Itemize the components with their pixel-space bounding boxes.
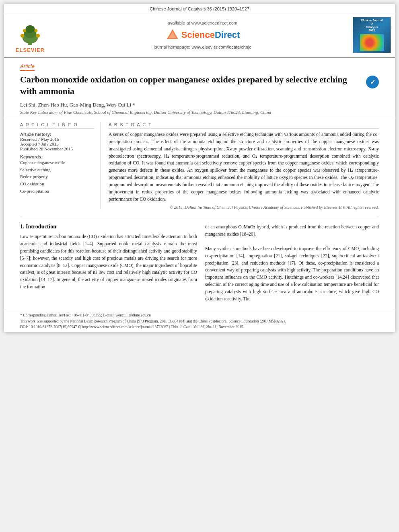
published-date: Published 20 November 2015 [20,146,94,151]
svg-point-3 [25,25,35,33]
introduction-left-text: Low-temperature carbon monoxide (CO) oxi… [20,233,197,291]
keywords-list: Copper manganese oxide Selective etching… [20,159,94,195]
crossmark-badge: ✓ [366,76,379,88]
affiliation-text: State Key Laboratory of Fine Chemicals, … [20,110,271,115]
introduction-title: 1. Introduction [20,224,197,230]
journal-url: journal homepage: www.elsevier.com/locat… [154,45,251,49]
svg-point-6 [23,29,26,32]
funding-footnote: This work was supported by the National … [20,318,379,324]
journal-header-text: Chinese Journal of Catalysis 36 (2015) 1… [150,6,249,11]
abstract-text: A series of copper manganese oxides were… [109,131,379,203]
introduction-right-text-2: Many synthesis methods have been develop… [205,245,379,303]
journal-cover-title: Chinese JournalofCatalysis2015 [361,19,383,33]
keyword-1: Copper manganese oxide [20,159,94,166]
authors-section: Lei Shi, Zhen-Hao Hu, Gao-Ming Deng, Wen… [4,99,395,109]
keyword-4: CO oxidation [20,181,94,188]
article-info-column: A R T I C L E I N F O Article history: R… [20,122,101,210]
svg-point-5 [36,34,40,38]
elsevier-tree-icon [16,22,44,46]
abstract-header: A B S T R A C T [109,122,379,129]
abstract-column: A B S T R A C T A series of copper manga… [109,122,379,210]
affiliation: State Key Laboratory of Fine Chemicals, … [4,109,395,118]
keyword-2: Selective etching [20,166,94,174]
article-info-header: A R T I C L E I N F O [20,122,94,129]
article-title: Carbon monoxide oxidation on copper mang… [20,74,362,97]
sd-logo-icon [165,28,180,42]
elsevier-logo: ELSEVIER [8,17,52,53]
article-type-section: Article [4,58,395,71]
journal-cover-image: Chinese JournalofCatalysis2015 [353,17,391,53]
publisher-banner: ELSEVIER available at www.sciencedirect.… [4,13,395,58]
svg-point-7 [35,29,38,32]
journal-cover-graphic [360,34,384,51]
keyword-5: Co-precipitation [20,188,94,195]
sciencedirect-wordmark: ScienceDirect [181,30,240,40]
received-date: Received 7 May 2015 [20,137,94,142]
authors-text: Lei Shi, Zhen-Hao Hu, Gao-Ming Deng, Wen… [20,102,135,108]
keyword-3: Redox property [20,173,94,181]
doi-footnote: DOI: 10.1016/S1872-2067(15)60947-0| http… [20,324,379,330]
accepted-date: Accepted 7 July 2015 [20,142,94,146]
banner-center: available at www.sciencedirect.com Scien… [56,21,349,49]
page-footer: * Corresponding author. Tel/Fax: +86-411… [4,309,395,332]
introduction-left: 1. Introduction Low-temperature carbon m… [20,224,197,302]
title-section: Carbon monoxide oxidation on copper mang… [4,71,395,99]
introduction-right-text: of an amorphous CuMnO₂ hybrid, which is … [205,224,379,238]
article-info-abstract-section: A R T I C L E I N F O Article history: R… [4,118,395,214]
elsevier-wordmark: ELSEVIER [16,47,45,53]
svg-point-4 [21,34,25,38]
sciencedirect-logo: ScienceDirect [165,28,240,42]
corresponding-author-footnote: * Corresponding author. Tel/Fax: +86-411… [20,312,379,318]
article-type-label: Article [20,63,35,71]
main-content: 1. Introduction Low-temperature carbon m… [4,220,395,306]
sciencedirect-url: available at www.sciencedirect.com [168,21,237,25]
page: Chinese Journal of Catalysis 36 (2015) 1… [4,4,395,332]
copyright-text: © 2015, Dalian Institute of Chemical Phy… [109,205,379,210]
journal-header: Chinese Journal of Catalysis 36 (2015) 1… [4,4,395,13]
introduction-right: of an amorphous CuMnO₂ hybrid, which is … [205,224,379,302]
history-label: Article history: [20,132,94,137]
keywords-label: Keywords: [20,154,94,159]
section-divider [20,217,379,217]
